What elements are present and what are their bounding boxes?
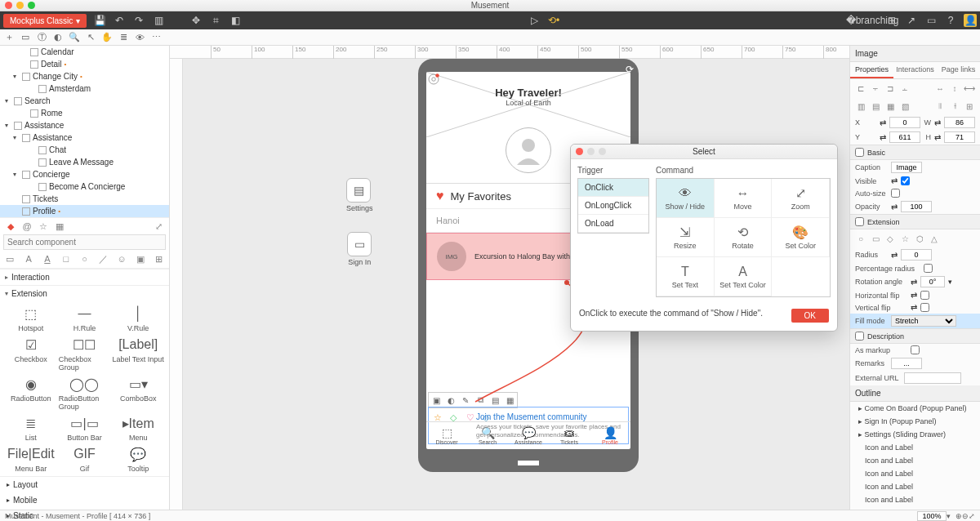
tab-pagelinks[interactable]: Page links <box>937 62 980 78</box>
avatar[interactable] <box>506 127 551 173</box>
diamond-icon[interactable]: ◆ <box>5 220 16 232</box>
user-icon[interactable]: 👤 <box>964 14 977 27</box>
tree-item[interactable]: Detail • <box>0 58 169 70</box>
component-h.rule[interactable]: —H.Rule <box>59 305 111 332</box>
redo-icon[interactable]: ↷ <box>132 14 145 27</box>
eye-icon[interactable]: 👁 <box>134 32 145 43</box>
play-icon[interactable]: ▷ <box>528 14 541 27</box>
pointer-icon[interactable]: ↖ <box>85 32 96 43</box>
command-zoom[interactable]: ⤢Zoom <box>772 179 830 218</box>
tree-item[interactable]: ▾Change City • <box>0 70 169 82</box>
align-left-icon[interactable]: ⊏ <box>855 82 866 94</box>
command-set-color[interactable]: 🎨Set Color <box>772 218 830 257</box>
shape-tool-icon[interactable]: ◐ <box>52 32 64 43</box>
outline-list[interactable]: ▸ Come On Board (Popup Panel)▸ Sign In (… <box>850 402 980 510</box>
outline-item[interactable]: ▸ Come On Board (Popup Panel) <box>850 402 980 415</box>
underline-icon[interactable]: A <box>42 253 53 265</box>
outline-item[interactable]: Icon and Label <box>850 480 980 493</box>
tree-item[interactable]: Chat <box>0 144 169 156</box>
outline-item[interactable]: Icon and Label <box>850 493 980 506</box>
tree-item[interactable]: Become A Concierge <box>0 180 169 193</box>
component-tooltip[interactable]: 💬Tooltip <box>112 445 164 473</box>
selection-toolbar[interactable]: ▣◐✎⧉▤▦ <box>428 392 518 408</box>
snap-icon[interactable]: ◧ <box>229 14 242 27</box>
search-input[interactable] <box>3 234 166 250</box>
collapse-icon[interactable]: ⤢ <box>153 220 164 232</box>
gear-icon[interactable] <box>426 72 441 87</box>
settings-button[interactable]: ▤ <box>346 178 371 203</box>
section-interaction[interactable]: ▸Interaction <box>0 269 169 285</box>
component-radiobutton[interactable]: ◉RadioButton <box>5 375 57 411</box>
outline-item[interactable]: Icon and Label <box>850 454 980 467</box>
rect-icon[interactable]: ▭ <box>5 253 16 265</box>
component-menu-bar[interactable]: File|EditMenu Bar <box>5 445 57 473</box>
radius-input[interactable] <box>901 249 932 260</box>
h-input[interactable] <box>944 131 975 143</box>
signin-button[interactable]: ▭ <box>347 232 372 256</box>
at-icon[interactable]: @ <box>21 220 33 232</box>
layers-icon[interactable]: ▥ <box>152 14 165 27</box>
outline-item[interactable]: Icon and Label <box>850 441 980 454</box>
tree-item[interactable]: ▾Search <box>0 95 169 107</box>
command-rotate[interactable]: ⟲Rotate <box>715 218 773 257</box>
opacity-input[interactable] <box>901 201 932 212</box>
tab-profile[interactable]: 👤Profile <box>590 422 630 449</box>
qr-icon[interactable]: ⊞ <box>885 14 898 27</box>
tree-item[interactable]: Amsterdam <box>0 82 169 95</box>
component-radiobutton-group[interactable]: ◯◯RadioButton Group <box>59 375 111 411</box>
command-resize[interactable]: ⇲Resize <box>657 218 715 257</box>
component-checkbox[interactable]: ☑Checkbox <box>5 336 57 372</box>
misc-icon[interactable]: ⊞ <box>154 253 164 265</box>
add-icon[interactable]: ＋ <box>3 32 15 43</box>
face-icon[interactable]: ☺ <box>117 253 127 265</box>
command-grid[interactable]: 👁Show / Hide↔Move⤢Zoom⇲Resize⟲Rotate🎨Set… <box>656 178 831 297</box>
component-button-bar[interactable]: ▭|▭Button Bar <box>59 414 111 442</box>
component-menu[interactable]: ▸ItemMenu <box>112 414 164 442</box>
brand-badge[interactable]: Mockplus Classic ▾ <box>3 14 87 28</box>
component-label-text-input[interactable]: [Label]Label Text Input <box>112 336 164 372</box>
component-list[interactable]: ≣List <box>5 414 57 442</box>
list-icon[interactable]: ≣ <box>118 32 129 43</box>
share-icon[interactable]: �branching <box>866 14 879 27</box>
tree-item[interactable]: Calendar <box>0 46 169 58</box>
section-layout[interactable]: ▸Layout <box>0 477 169 492</box>
tree-item[interactable]: Leave A Message <box>0 156 169 168</box>
remarks-input[interactable] <box>891 358 922 369</box>
command-move[interactable]: ↔Move <box>715 179 773 218</box>
square-icon[interactable]: □ <box>60 253 71 265</box>
tree-item[interactable]: Profile • <box>0 205 169 217</box>
tree-item[interactable]: ▾Assistance <box>0 131 169 144</box>
command-show-hide[interactable]: 👁Show / Hide <box>657 179 715 218</box>
move-icon[interactable]: ✥ <box>189 14 203 27</box>
url-input[interactable] <box>904 372 961 384</box>
tab-assistance[interactable]: 💬Assistance <box>508 422 549 449</box>
zoom-icon[interactable]: 🔍 <box>69 32 80 43</box>
page-icon[interactable]: ▭ <box>20 32 31 43</box>
outline-item[interactable]: Shape <box>850 506 980 510</box>
page-tree[interactable]: Calendar Detail •▾Change City •Amsterdam… <box>0 46 169 217</box>
tab-search[interactable]: 🔍Search <box>467 422 508 449</box>
section-extension[interactable]: ▾Extension <box>0 286 169 301</box>
tab-discover[interactable]: ⬚Discover <box>426 422 467 449</box>
trigger-onclick[interactable]: OnClick <box>578 179 648 197</box>
command-set-text-color[interactable]: ASet Text Color <box>715 257 773 296</box>
command-set-text[interactable]: TSet Text <box>657 257 715 296</box>
tab-properties[interactable]: Properties <box>850 62 893 78</box>
panel-icon[interactable]: ▭ <box>924 14 938 27</box>
zoom-input[interactable] <box>917 511 947 521</box>
tree-item[interactable]: ▾Concierge <box>0 168 169 180</box>
outline-item[interactable]: ▸ Sign In (Popup Panel) <box>850 415 980 428</box>
undo-icon[interactable]: ↶ <box>113 14 126 27</box>
y-input[interactable] <box>889 131 920 143</box>
component-checkbox-group[interactable]: ☐☐Checkbox Group <box>59 336 111 372</box>
circle-icon[interactable]: ○ <box>79 253 90 265</box>
section-mobile[interactable]: ▸Mobile <box>0 492 169 508</box>
component-combobox[interactable]: ▭▾ComboBox <box>112 375 164 411</box>
trigger-list[interactable]: OnClickOnLongClickOnLoad <box>577 178 649 234</box>
w-input[interactable] <box>944 117 975 128</box>
component-gif[interactable]: GIFGif <box>59 445 111 473</box>
component-v.rule[interactable]: │V.Rule <box>112 305 164 332</box>
more-icon[interactable]: ⋯ <box>150 32 162 43</box>
trigger-onlongclick[interactable]: OnLongClick <box>578 197 648 215</box>
image-icon[interactable]: ▣ <box>135 253 145 265</box>
